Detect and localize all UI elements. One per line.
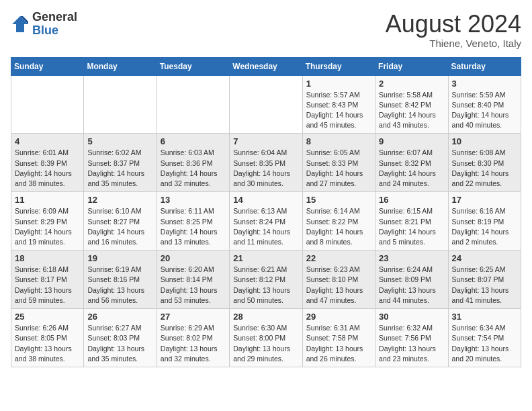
day-number: 15 (306, 195, 371, 205)
day-number: 3 (452, 79, 517, 89)
logo: General Blue (11, 11, 77, 38)
day-info: Sunrise: 6:16 AMSunset: 8:19 PMDaylight:… (452, 206, 517, 247)
day-info: Sunrise: 5:58 AMSunset: 8:42 PMDaylight:… (379, 90, 444, 131)
day-info: Sunrise: 5:57 AMSunset: 8:43 PMDaylight:… (306, 90, 371, 131)
day-info: Sunrise: 6:10 AMSunset: 8:27 PMDaylight:… (87, 206, 152, 247)
calendar-table: SundayMondayTuesdayWednesdayThursdayFrid… (11, 57, 521, 367)
day-number: 4 (15, 136, 80, 146)
calendar-cell: 4Sunrise: 6:01 AMSunset: 8:39 PMDaylight… (11, 134, 84, 192)
day-info: Sunrise: 6:31 AMSunset: 7:58 PMDaylight:… (306, 323, 371, 364)
calendar-cell: 17Sunrise: 6:16 AMSunset: 8:19 PMDayligh… (448, 192, 521, 250)
calendar-cell: 23Sunrise: 6:24 AMSunset: 8:09 PMDayligh… (375, 250, 448, 309)
day-number: 13 (161, 195, 226, 205)
weekday-wednesday: Wednesday (230, 57, 302, 75)
calendar-cell: 12Sunrise: 6:10 AMSunset: 8:27 PMDayligh… (84, 192, 157, 250)
day-number: 23 (379, 253, 444, 263)
day-info: Sunrise: 6:14 AMSunset: 8:22 PMDaylight:… (306, 206, 371, 247)
day-number: 29 (306, 312, 371, 322)
calendar-cell: 1Sunrise: 5:57 AMSunset: 8:43 PMDaylight… (302, 75, 375, 134)
calendar-cell: 24Sunrise: 6:25 AMSunset: 8:07 PMDayligh… (448, 250, 521, 309)
day-info: Sunrise: 6:32 AMSunset: 7:56 PMDaylight:… (379, 323, 444, 364)
day-info: Sunrise: 6:09 AMSunset: 8:29 PMDaylight:… (15, 206, 80, 247)
calendar-cell (230, 75, 302, 134)
location-subtitle: Thiene, Veneto, Italy (386, 38, 521, 49)
day-number: 21 (233, 253, 298, 263)
weekday-friday: Friday (375, 57, 448, 75)
calendar-cell: 16Sunrise: 6:15 AMSunset: 8:21 PMDayligh… (375, 192, 448, 250)
day-info: Sunrise: 6:18 AMSunset: 8:17 PMDaylight:… (15, 265, 80, 306)
calendar-week-4: 25Sunrise: 6:26 AMSunset: 8:05 PMDayligh… (11, 309, 521, 367)
day-number: 25 (15, 312, 80, 322)
logo-general-text: General (32, 10, 77, 24)
day-number: 28 (233, 312, 298, 322)
day-info: Sunrise: 6:21 AMSunset: 8:12 PMDaylight:… (233, 265, 298, 306)
calendar-cell: 18Sunrise: 6:18 AMSunset: 8:17 PMDayligh… (11, 250, 84, 309)
calendar-cell (84, 75, 157, 134)
day-info: Sunrise: 6:11 AMSunset: 8:25 PMDaylight:… (161, 206, 226, 247)
day-info: Sunrise: 6:15 AMSunset: 8:21 PMDaylight:… (379, 206, 444, 247)
calendar-cell: 9Sunrise: 6:07 AMSunset: 8:32 PMDaylight… (375, 134, 448, 192)
day-number: 11 (15, 195, 80, 205)
day-info: Sunrise: 6:20 AMSunset: 8:14 PMDaylight:… (161, 265, 226, 306)
day-info: Sunrise: 6:01 AMSunset: 8:39 PMDaylight:… (15, 148, 80, 189)
logo-blue-text: Blue (32, 24, 58, 37)
day-info: Sunrise: 6:13 AMSunset: 8:24 PMDaylight:… (233, 206, 298, 247)
day-number: 14 (233, 195, 298, 205)
calendar-cell: 14Sunrise: 6:13 AMSunset: 8:24 PMDayligh… (230, 192, 302, 250)
day-info: Sunrise: 5:59 AMSunset: 8:40 PMDaylight:… (452, 90, 517, 131)
day-number: 10 (452, 136, 517, 146)
day-number: 18 (15, 253, 80, 263)
calendar-cell: 15Sunrise: 6:14 AMSunset: 8:22 PMDayligh… (302, 192, 375, 250)
day-number: 26 (87, 312, 152, 322)
calendar-cell: 28Sunrise: 6:30 AMSunset: 8:00 PMDayligh… (230, 309, 302, 367)
calendar-cell: 29Sunrise: 6:31 AMSunset: 7:58 PMDayligh… (302, 309, 375, 367)
calendar-cell (11, 75, 84, 134)
day-info: Sunrise: 6:05 AMSunset: 8:33 PMDaylight:… (306, 148, 371, 189)
day-info: Sunrise: 6:19 AMSunset: 8:16 PMDaylight:… (87, 265, 152, 306)
day-info: Sunrise: 6:25 AMSunset: 8:07 PMDaylight:… (452, 265, 517, 306)
day-number: 24 (452, 253, 517, 263)
day-info: Sunrise: 6:30 AMSunset: 8:00 PMDaylight:… (233, 323, 298, 364)
day-info: Sunrise: 6:34 AMSunset: 7:54 PMDaylight:… (452, 323, 517, 364)
calendar-cell: 27Sunrise: 6:29 AMSunset: 8:02 PMDayligh… (157, 309, 229, 367)
calendar-week-2: 11Sunrise: 6:09 AMSunset: 8:29 PMDayligh… (11, 192, 521, 250)
calendar-cell: 5Sunrise: 6:02 AMSunset: 8:37 PMDaylight… (84, 134, 157, 192)
day-number: 16 (379, 195, 444, 205)
calendar-cell: 26Sunrise: 6:27 AMSunset: 8:03 PMDayligh… (84, 309, 157, 367)
calendar-cell: 11Sunrise: 6:09 AMSunset: 8:29 PMDayligh… (11, 192, 84, 250)
day-number: 8 (306, 136, 371, 146)
day-number: 31 (452, 312, 517, 322)
calendar-cell: 25Sunrise: 6:26 AMSunset: 8:05 PMDayligh… (11, 309, 84, 367)
day-number: 5 (87, 136, 152, 146)
calendar-cell: 20Sunrise: 6:20 AMSunset: 8:14 PMDayligh… (157, 250, 229, 309)
calendar-cell: 30Sunrise: 6:32 AMSunset: 7:56 PMDayligh… (375, 309, 448, 367)
calendar-week-1: 4Sunrise: 6:01 AMSunset: 8:39 PMDaylight… (11, 134, 521, 192)
calendar-cell: 3Sunrise: 5:59 AMSunset: 8:40 PMDaylight… (448, 75, 521, 134)
calendar-cell: 31Sunrise: 6:34 AMSunset: 7:54 PMDayligh… (448, 309, 521, 367)
calendar-cell: 13Sunrise: 6:11 AMSunset: 8:25 PMDayligh… (157, 192, 229, 250)
calendar-body: 1Sunrise: 5:57 AMSunset: 8:43 PMDaylight… (11, 75, 521, 367)
day-number: 6 (161, 136, 226, 146)
day-info: Sunrise: 6:03 AMSunset: 8:36 PMDaylight:… (161, 148, 226, 189)
day-info: Sunrise: 6:26 AMSunset: 8:05 PMDaylight:… (15, 323, 80, 364)
calendar-cell: 7Sunrise: 6:04 AMSunset: 8:35 PMDaylight… (230, 134, 302, 192)
month-year-title: August 2024 (386, 11, 521, 38)
day-info: Sunrise: 6:29 AMSunset: 8:02 PMDaylight:… (161, 323, 226, 364)
day-info: Sunrise: 6:08 AMSunset: 8:30 PMDaylight:… (452, 148, 517, 189)
calendar-cell: 10Sunrise: 6:08 AMSunset: 8:30 PMDayligh… (448, 134, 521, 192)
day-number: 22 (306, 253, 371, 263)
title-block: August 2024 Thiene, Veneto, Italy (386, 11, 521, 49)
page-header: General Blue August 2024 Thiene, Veneto,… (11, 11, 521, 49)
calendar-cell: 2Sunrise: 5:58 AMSunset: 8:42 PMDaylight… (375, 75, 448, 134)
calendar-cell (157, 75, 229, 134)
svg-marker-0 (12, 16, 28, 32)
day-info: Sunrise: 6:07 AMSunset: 8:32 PMDaylight:… (379, 148, 444, 189)
day-number: 30 (379, 312, 444, 322)
weekday-monday: Monday (84, 57, 157, 75)
day-number: 27 (161, 312, 226, 322)
calendar-week-0: 1Sunrise: 5:57 AMSunset: 8:43 PMDaylight… (11, 75, 521, 134)
calendar-cell: 6Sunrise: 6:03 AMSunset: 8:36 PMDaylight… (157, 134, 229, 192)
calendar-cell: 21Sunrise: 6:21 AMSunset: 8:12 PMDayligh… (230, 250, 302, 309)
calendar-cell: 22Sunrise: 6:23 AMSunset: 8:10 PMDayligh… (302, 250, 375, 309)
weekday-tuesday: Tuesday (157, 57, 229, 75)
